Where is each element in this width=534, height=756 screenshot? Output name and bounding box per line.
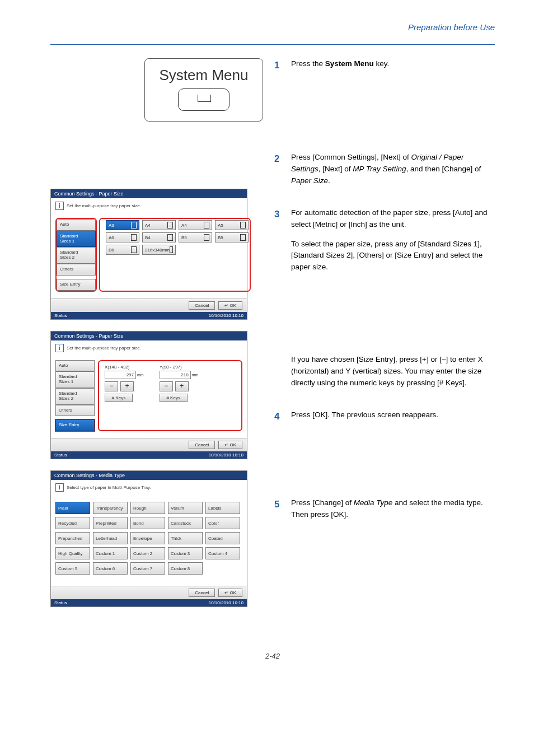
media-color[interactable]: Color: [205, 517, 240, 529]
media-custom-5[interactable]: Custom 5: [55, 562, 90, 575]
panel2-title: Common Settings - Paper Size: [51, 332, 247, 340]
tab-std-sizes-2[interactable]: Standard Sizes 2: [57, 247, 96, 264]
header-rule: [50, 44, 495, 45]
tab-highlight-ring: Auto Standard Sizes 1 Standard Sizes 2 O…: [55, 218, 97, 292]
size-a4-land[interactable]: A4: [142, 220, 176, 230]
tab-others[interactable]: Others: [55, 405, 95, 417]
media-prepunched[interactable]: Prepunched: [55, 532, 90, 544]
media-custom-2[interactable]: Custom 2: [130, 547, 165, 559]
panel2-message: Set the multi-purpose tray paper size.: [67, 346, 141, 351]
panel-paper-size-entry: Common Settings - Paper Size i Set the m…: [50, 331, 247, 460]
info-icon: i: [55, 344, 64, 352]
media-high-quality[interactable]: High Quality: [55, 547, 90, 559]
step-number-2: 2: [274, 152, 281, 195]
tab-size-entry[interactable]: Size Entry: [55, 419, 95, 431]
status-timestamp: 10/10/2010 10:10: [209, 452, 243, 458]
step-number-3: 3: [274, 207, 281, 397]
size-a4-port[interactable]: A4: [179, 220, 212, 230]
page-number: 2-42: [50, 652, 495, 660]
status-label: Status: [54, 313, 67, 318]
ok-button[interactable]: ↵ OK: [218, 301, 242, 310]
size-grid-highlight-ring: A3 A4 A4 A5 A6 B4 B5 B5 B6 216x340mm: [99, 218, 251, 292]
tab-std-sizes-1[interactable]: Standard Sizes 1: [57, 231, 96, 248]
step-number-1: 1: [274, 58, 281, 78]
step-number-5: 5: [274, 497, 281, 529]
ok-button[interactable]: ↵ OK: [218, 589, 242, 597]
cancel-button[interactable]: Cancel: [189, 589, 215, 597]
size-b5-land[interactable]: B5: [179, 232, 212, 242]
tab-std-sizes-1[interactable]: Standard Sizes 1: [55, 371, 95, 388]
y-numkeys-button[interactable]: # Keys: [160, 394, 188, 402]
size-a5[interactable]: A5: [215, 220, 249, 230]
size-a6[interactable]: A6: [106, 232, 139, 242]
size-b5-port[interactable]: B5: [215, 232, 249, 242]
media-labels[interactable]: Labels: [205, 502, 240, 514]
tab-auto[interactable]: Auto: [57, 219, 96, 231]
media-preprinted[interactable]: Preprinted: [93, 517, 128, 529]
step-5: 5 Press [Change] of Media Type and selec…: [274, 497, 495, 529]
x-range-label: X(148 - 432): [105, 365, 144, 370]
status-label: Status: [54, 600, 67, 605]
media-custom-8[interactable]: Custom 8: [168, 562, 203, 575]
media-coated[interactable]: Coated: [205, 532, 240, 544]
status-timestamp: 10/10/2010 10:10: [209, 313, 243, 318]
media-bond[interactable]: Bond: [130, 517, 165, 529]
panel1-message: Set the multi-purpose tray paper size.: [67, 203, 141, 208]
y-minus-button[interactable]: −: [160, 381, 173, 391]
y-value: 210: [160, 371, 191, 379]
media-custom-1[interactable]: Custom 1: [93, 547, 128, 559]
media-custom-3[interactable]: Custom 3: [168, 547, 203, 559]
media-thick[interactable]: Thick: [168, 532, 203, 544]
tab-auto[interactable]: Auto: [55, 360, 95, 372]
panel-media-type: Common Settings - Media Type i Select ty…: [50, 470, 247, 607]
section-header: Preparation before Use: [50, 22, 495, 32]
media-letterhead[interactable]: Letterhead: [93, 532, 128, 544]
x-minus-button[interactable]: −: [105, 381, 118, 391]
system-menu-label: System Menu: [151, 67, 257, 84]
y-range-label: Y(98 - 297): [160, 365, 199, 370]
info-icon: i: [55, 202, 64, 210]
media-custom-7[interactable]: Custom 7: [130, 562, 165, 575]
system-menu-key-illustration: System Menu: [144, 58, 263, 122]
status-label: Status: [54, 452, 67, 458]
panel-paper-size-std: Common Settings - Paper Size i Set the m…: [50, 189, 247, 320]
step-3: 3 For automatic detection of the paper s…: [274, 207, 495, 397]
panel3-message: Select type of paper in Multi-Purpose Tr…: [67, 485, 151, 490]
system-menu-button-shape: [178, 88, 229, 111]
step-1: 1 Press the System Menu key.: [274, 58, 495, 78]
status-timestamp: 10/10/2010 10:10: [209, 600, 243, 605]
media-custom-6[interactable]: Custom 6: [93, 562, 128, 575]
cancel-button[interactable]: Cancel: [189, 441, 215, 449]
media-envelope[interactable]: Envelope: [130, 532, 165, 544]
info-icon: i: [55, 483, 64, 492]
ok-button[interactable]: ↵ OK: [218, 441, 242, 449]
step-2: 2 Press [Common Settings], [Next] of Ori…: [274, 152, 495, 195]
x-plus-button[interactable]: +: [120, 381, 134, 391]
media-plain[interactable]: Plain: [55, 502, 90, 514]
media-transparency[interactable]: Transparency: [93, 502, 128, 514]
tab-others[interactable]: Others: [57, 264, 96, 276]
x-value: 297: [105, 371, 136, 379]
tab-size-entry[interactable]: Size Entry: [57, 279, 96, 291]
media-vellum[interactable]: Vellum: [168, 502, 203, 514]
size-a3[interactable]: A3: [106, 220, 139, 230]
size-b6[interactable]: B6: [106, 245, 139, 255]
entry-highlight-ring: X(148 - 432) 297mm − + # Keys Y(98 - 297…: [98, 360, 242, 432]
size-216x340[interactable]: 216x340mm: [142, 245, 176, 255]
tab-std-sizes-2[interactable]: Standard Sizes 2: [55, 388, 95, 405]
panel1-title: Common Settings - Paper Size: [51, 189, 247, 198]
panel3-title: Common Settings - Media Type: [51, 471, 247, 480]
y-plus-button[interactable]: +: [175, 381, 189, 391]
x-numkeys-button[interactable]: # Keys: [105, 394, 133, 402]
step-number-4: 4: [274, 409, 281, 429]
media-recycled[interactable]: Recycled: [55, 517, 90, 529]
step-4: 4 Press [OK]. The previous screen reappe…: [274, 409, 495, 429]
cancel-button[interactable]: Cancel: [189, 301, 215, 310]
media-rough[interactable]: Rough: [130, 502, 165, 514]
media-cardstock[interactable]: Cardstock: [168, 517, 203, 529]
size-b4[interactable]: B4: [142, 232, 176, 242]
media-custom-4[interactable]: Custom 4: [205, 547, 240, 559]
